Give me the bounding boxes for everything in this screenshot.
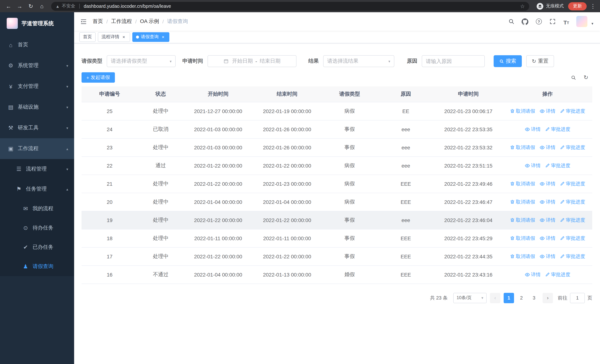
- detail-link[interactable]: 详情: [540, 217, 555, 223]
- approval-progress-link[interactable]: 审批进度: [545, 271, 570, 278]
- cell-applied: 2022-01-22 23:45:29: [434, 229, 503, 247]
- app-logo[interactable]: 芋道管理系统: [0, 12, 74, 35]
- sidebar-item-payment-management[interactable]: ¥支付管理▾: [0, 76, 74, 97]
- browser-back-icon[interactable]: ←: [4, 1, 13, 11]
- main-panel: 首页/工作流程/OA 示例/请假查询 ? TT ▾: [74, 12, 600, 364]
- cancel-leave-link[interactable]: 取消请假: [510, 198, 535, 205]
- tab[interactable]: 请假查询×: [132, 32, 169, 42]
- cell-applied: 2022-01-22 23:53:32: [434, 138, 503, 156]
- cancel-leave-link[interactable]: 取消请假: [510, 253, 535, 260]
- cell-start: 2021-12-27 00:00:00: [184, 102, 253, 120]
- reason-input[interactable]: [422, 56, 484, 67]
- search-toggle-icon[interactable]: [570, 74, 577, 81]
- browser-home-icon[interactable]: ⌂: [37, 1, 47, 11]
- chrome-update-button[interactable]: 更新: [568, 2, 587, 10]
- sidebar-item-dev-tools[interactable]: ⚒研发工具▾: [0, 118, 74, 138]
- address-bar[interactable]: ▲ 不安全 dashboard.yudao.iocoder.cn/bpm/oa/…: [51, 2, 529, 10]
- sidebar-item-todo-tasks[interactable]: ⊙待办任务: [0, 218, 74, 238]
- approval-progress-link[interactable]: 审批进度: [545, 162, 570, 169]
- approval-progress-link[interactable]: 审批进度: [560, 180, 585, 187]
- cell-end: 2022-01-22 00:00:00: [253, 247, 321, 265]
- result-select[interactable]: 请选择流结果 ▾: [323, 55, 394, 67]
- search-icon[interactable]: [508, 18, 515, 25]
- incognito-badge: 无痕模式: [537, 3, 564, 9]
- end-date-placeholder: 结束日期: [260, 58, 281, 65]
- table-row: 23处理中2022-01-03 00:00:002022-01-26 00:00…: [82, 138, 592, 156]
- date-range-input[interactable]: 开始日期 - 结束日期: [207, 55, 297, 67]
- approval-progress-link[interactable]: 审批进度: [560, 235, 585, 242]
- page-number-button[interactable]: 1: [504, 293, 514, 303]
- tab[interactable]: 流程详情×: [98, 32, 130, 42]
- approval-progress-link[interactable]: 审批进度: [560, 253, 585, 260]
- sidebar-item-my-process[interactable]: ✉我的流程: [0, 199, 74, 218]
- approval-progress-link[interactable]: 审批进度: [560, 108, 585, 114]
- chevron-down-icon[interactable]: ▾: [591, 21, 593, 27]
- cancel-leave-link[interactable]: 取消请假: [510, 235, 535, 242]
- leave-type-select[interactable]: 请选择请假类型 ▾: [107, 55, 176, 67]
- goto-suffix: 页: [587, 295, 592, 301]
- sidebar-item-infrastructure[interactable]: ▤基础设施▾: [0, 97, 74, 118]
- sidebar-item-done-tasks[interactable]: ✔已办任务: [0, 238, 74, 257]
- cell-operations: 详情审批进度: [503, 265, 592, 284]
- reset-button[interactable]: ↻ 重置: [526, 55, 554, 67]
- refresh-table-icon[interactable]: ↻: [582, 74, 589, 81]
- breadcrumb-item[interactable]: OA 示例: [140, 18, 159, 25]
- bookmark-star-icon[interactable]: ☆: [520, 3, 525, 9]
- op-label: 审批进度: [566, 108, 585, 114]
- detail-link[interactable]: 详情: [525, 162, 541, 169]
- approval-progress-link[interactable]: 审批进度: [545, 126, 570, 132]
- detail-link[interactable]: 详情: [540, 235, 555, 242]
- cell-status: 处理中: [138, 229, 184, 247]
- page-number-button[interactable]: 2: [516, 293, 527, 303]
- breadcrumb-item[interactable]: 首页: [93, 18, 103, 25]
- browser-menu-icon[interactable]: ⋮: [590, 3, 596, 9]
- sidebar-item-workflow[interactable]: ▣工作流程▴: [0, 138, 74, 159]
- cancel-leave-link[interactable]: 取消请假: [510, 144, 535, 151]
- detail-link[interactable]: 详情: [525, 126, 541, 132]
- detail-link[interactable]: 详情: [525, 271, 541, 278]
- sidebar-item-task-management[interactable]: ⚑任务管理▴: [0, 179, 74, 199]
- search-button[interactable]: 搜索: [494, 55, 522, 67]
- detail-icon: [540, 108, 545, 114]
- detail-link[interactable]: 详情: [540, 253, 555, 260]
- goto-page-input[interactable]: [570, 293, 585, 303]
- cancel-leave-link[interactable]: 取消请假: [510, 217, 535, 223]
- close-icon[interactable]: ×: [160, 34, 166, 39]
- approval-progress-link[interactable]: 审批进度: [560, 198, 585, 205]
- page-size-select[interactable]: 10条/页 ▾: [453, 293, 487, 303]
- tab[interactable]: 首页: [79, 32, 96, 42]
- breadcrumb-item[interactable]: 工作流程: [111, 18, 132, 25]
- help-icon[interactable]: ?: [535, 18, 543, 25]
- op-label: 取消请假: [516, 235, 535, 242]
- detail-link[interactable]: 详情: [540, 180, 555, 187]
- browser-forward-icon[interactable]: →: [15, 1, 24, 11]
- sidebar-item-process-management[interactable]: ☰流程管理▾: [0, 159, 74, 179]
- security-label[interactable]: 不安全: [62, 3, 75, 9]
- approval-progress-link[interactable]: 审批进度: [560, 217, 585, 223]
- detail-link[interactable]: 详情: [540, 108, 555, 114]
- fullscreen-icon[interactable]: [549, 18, 556, 25]
- operations: 取消请假详情审批进度: [505, 180, 590, 187]
- sidebar-item-home[interactable]: ⌂首页: [0, 35, 74, 55]
- page-number-button[interactable]: 3: [529, 293, 539, 303]
- font-size-icon[interactable]: TT: [562, 18, 570, 25]
- sidebar-item-leave-query[interactable]: ♟请假查询: [0, 257, 74, 276]
- close-icon[interactable]: ×: [121, 34, 126, 39]
- detail-link[interactable]: 详情: [540, 198, 555, 205]
- prev-page-button[interactable]: ‹: [490, 293, 500, 303]
- sidebar-item-system-management[interactable]: ⚙系统管理▾: [0, 55, 74, 76]
- github-icon[interactable]: [521, 18, 529, 25]
- cancel-leave-link[interactable]: 取消请假: [510, 180, 535, 187]
- avatar[interactable]: [576, 16, 587, 27]
- cell-type: 事假: [321, 229, 378, 247]
- approval-progress-link[interactable]: 审批进度: [560, 144, 585, 151]
- op-label: 详情: [531, 126, 541, 132]
- next-page-button[interactable]: ›: [543, 293, 553, 303]
- sidebar-toggle-icon[interactable]: [79, 18, 87, 26]
- apply-time-label: 申请时间: [182, 58, 207, 65]
- create-leave-button[interactable]: + 发起请假: [82, 72, 115, 83]
- browser-refresh-icon[interactable]: ↻: [26, 1, 36, 11]
- detail-link[interactable]: 详情: [540, 144, 555, 151]
- url-text[interactable]: dashboard.yudao.iocoder.cn/bpm/oa/leave: [84, 3, 171, 9]
- cancel-leave-link[interactable]: 取消请假: [510, 108, 535, 114]
